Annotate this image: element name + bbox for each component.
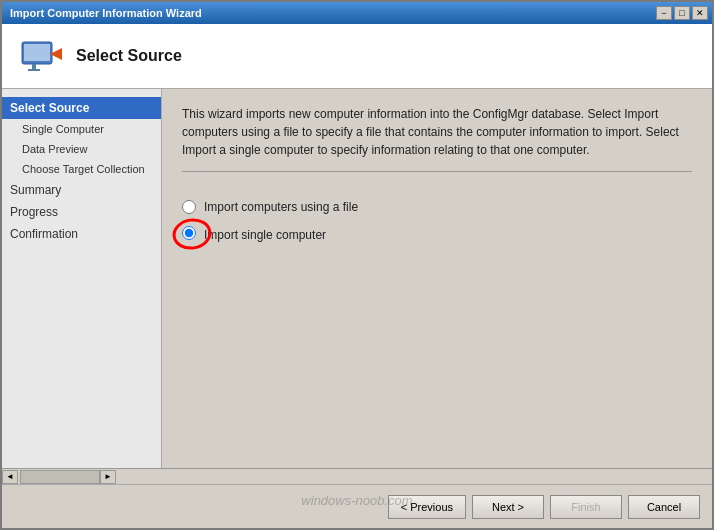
import-file-radio[interactable]: [182, 200, 196, 214]
import-file-label: Import computers using a file: [204, 200, 358, 214]
sidebar-item-summary[interactable]: Summary: [2, 179, 161, 201]
close-button[interactable]: ✕: [692, 6, 708, 20]
sidebar-item-select-source[interactable]: Select Source: [2, 97, 161, 119]
window-title: Import Computer Information Wizard: [10, 7, 202, 19]
import-single-option[interactable]: Import single computer: [182, 226, 692, 243]
import-single-label: Import single computer: [204, 228, 326, 242]
main-content: This wizard imports new computer informa…: [162, 89, 712, 468]
wizard-header: Select Source: [2, 24, 712, 89]
window-controls: − □ ✕: [656, 6, 708, 20]
maximize-button[interactable]: □: [674, 6, 690, 20]
svg-rect-1: [24, 44, 50, 61]
wizard-icon: [18, 34, 62, 78]
minimize-button[interactable]: −: [656, 6, 672, 20]
title-bar: Import Computer Information Wizard − □ ✕: [2, 2, 712, 24]
next-button[interactable]: Next >: [472, 495, 544, 519]
wizard-window: Import Computer Information Wizard − □ ✕…: [0, 0, 714, 530]
sidebar-item-single-computer[interactable]: Single Computer: [2, 119, 161, 139]
description-text: This wizard imports new computer informa…: [182, 105, 692, 172]
circle-annotation: [182, 226, 196, 243]
sidebar-item-data-preview[interactable]: Data Preview: [2, 139, 161, 159]
sidebar-item-confirmation[interactable]: Confirmation: [2, 223, 161, 245]
import-file-option[interactable]: Import computers using a file: [182, 200, 692, 214]
sidebar-item-progress[interactable]: Progress: [2, 201, 161, 223]
scroll-right-arrow[interactable]: ►: [100, 470, 116, 484]
previous-button[interactable]: < Previous: [388, 495, 466, 519]
svg-rect-2: [32, 64, 36, 69]
horizontal-scrollbar[interactable]: ◄ ►: [2, 468, 712, 484]
wizard-header-title: Select Source: [76, 47, 182, 65]
cancel-button[interactable]: Cancel: [628, 495, 700, 519]
scroll-thumb[interactable]: [20, 470, 100, 484]
button-bar: < Previous Next > Finish Cancel: [2, 484, 712, 528]
wizard-body: Select Source Single Computer Data Previ…: [2, 89, 712, 468]
sidebar-item-choose-target[interactable]: Choose Target Collection: [2, 159, 161, 179]
scroll-left-arrow[interactable]: ◄: [2, 470, 18, 484]
sidebar: Select Source Single Computer Data Previ…: [2, 89, 162, 468]
svg-rect-3: [28, 69, 40, 71]
svg-rect-5: [54, 52, 60, 56]
import-options: Import computers using a file Import sin…: [182, 192, 692, 251]
import-single-radio[interactable]: [182, 226, 196, 240]
finish-button[interactable]: Finish: [550, 495, 622, 519]
